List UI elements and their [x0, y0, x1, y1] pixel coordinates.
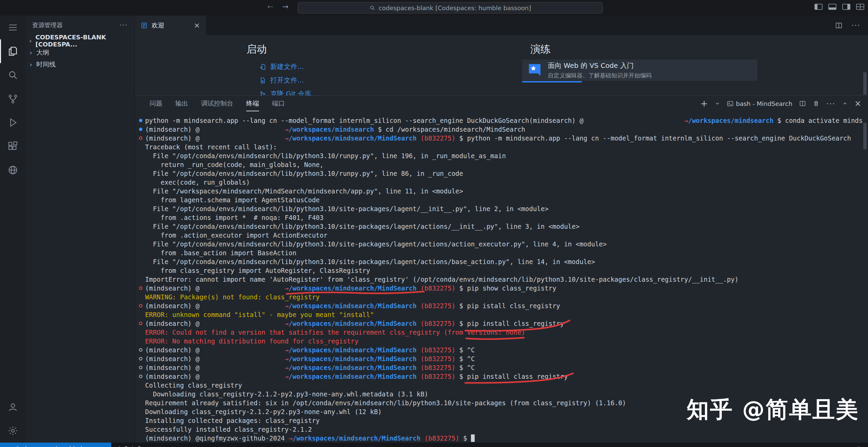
- menu-icon[interactable]: [0, 16, 25, 39]
- open-file-link[interactable]: 打开文件...: [259, 75, 318, 86]
- terminal-instance[interactable]: bash - MindSearch: [727, 100, 792, 107]
- command-center-search[interactable]: codespaces-blank [Codespaces: humble bas…: [298, 2, 603, 14]
- toggle-sidebar-icon[interactable]: [814, 3, 823, 11]
- terminal-line: WARNING: Package(s) not found: class_reg…: [135, 293, 863, 301]
- terminal-line: (mindsearch) @ →/workspaces/mindsearch/M…: [135, 354, 863, 363]
- titlebar: ← → codespaces-blank [Codespaces: humble…: [0, 0, 868, 16]
- chevron-right-icon: ›: [28, 37, 33, 45]
- new-terminal-button[interactable]: +: [701, 100, 708, 107]
- problems-status[interactable]: 0 0: [117, 445, 141, 447]
- new-file-icon: [259, 63, 266, 70]
- explorer-icon[interactable]: [0, 39, 25, 63]
- terminal-dropdown-icon[interactable]: [715, 101, 720, 106]
- back-button[interactable]: ←: [267, 2, 273, 11]
- remote-indicator[interactable]: Codespaces: humble bassoon: [0, 443, 111, 447]
- settings-gear-icon[interactable]: [0, 419, 25, 443]
- command-decoration-icon[interactable]: [139, 128, 142, 131]
- new-file-link[interactable]: 新建文件...: [259, 61, 318, 72]
- terminal-line: (mindsearch) @ →/workspaces/mindsearch/M…: [135, 372, 863, 381]
- welcome-page: 启动 新建文件...打开文件...克隆 Git 仓库... 演练 面向 Web …: [135, 35, 868, 95]
- sidebar-section-outline[interactable]: ›大纲: [25, 46, 135, 58]
- command-decoration-icon[interactable]: [139, 375, 142, 378]
- walkthrough-progress-bar: [522, 81, 582, 82]
- split-editor-icon[interactable]: [835, 22, 843, 29]
- terminal-line: (mindsearch) @ →/workspaces/mindsearch/M…: [135, 319, 863, 328]
- open-file-icon: [259, 77, 266, 84]
- terminal-output[interactable]: python -m mindsearch.app --lang cn --mod…: [135, 111, 863, 443]
- bash-icon: [727, 100, 733, 107]
- walkthroughs-heading: 演练: [530, 42, 551, 56]
- terminal-line: File "/opt/conda/envs/mindsearch/lib/pyt…: [135, 222, 863, 231]
- terminal-line: File "/opt/conda/envs/mindsearch/lib/pyt…: [135, 204, 863, 213]
- panel-tab-terminal[interactable]: 终端: [246, 96, 259, 111]
- chevron-right-icon: ›: [28, 60, 34, 69]
- close-panel-icon[interactable]: ×: [854, 99, 861, 108]
- tab-welcome[interactable]: 欢迎 ×: [135, 16, 206, 35]
- terminal-line: ERROR: unknown command "istall" - maybe …: [135, 310, 863, 319]
- toggle-panel-icon[interactable]: [828, 3, 837, 11]
- terminal-line: from .action_executor import ActionExecu…: [135, 231, 863, 240]
- forward-button[interactable]: →: [282, 2, 288, 11]
- split-terminal-icon[interactable]: [799, 100, 806, 107]
- tab-label: 欢迎: [152, 21, 164, 30]
- terminal-line: (mindsearch) @ →/workspaces/mindsearch/M…: [135, 301, 863, 310]
- panel-tab-problems[interactable]: 问题: [150, 96, 162, 111]
- terminal-line: (mindsearch) @ →/workspaces/mindsearch/M…: [135, 363, 863, 372]
- walkthrough-subtitle: 自定义编辑器、了解基础知识并开始编码: [548, 72, 652, 79]
- source-control-icon[interactable]: [0, 87, 25, 111]
- kill-terminal-icon[interactable]: [813, 100, 820, 107]
- editor-tabbar: 欢迎 × ···: [135, 16, 868, 35]
- maximize-panel-icon[interactable]: [842, 101, 848, 106]
- customize-layout-icon[interactable]: [856, 3, 865, 11]
- terminal-scrollbar[interactable]: [863, 123, 867, 149]
- editor-area: 欢迎 × ··· 启动 新建文件...打开文件...克隆 Git 仓库... 演…: [135, 16, 868, 95]
- panel-more-actions-icon[interactable]: ···: [826, 99, 835, 108]
- panel-tabs: 问题输出调试控制台终端端口: [150, 96, 285, 111]
- terminal-line: (mindsearch) @ →/workspaces/mindsearch/M…: [135, 346, 863, 354]
- sidebar-section-codespaces-blank[interactable]: ›CODESPACES-BLANK [CODESPA...: [25, 35, 135, 46]
- command-decoration-icon[interactable]: [139, 286, 142, 290]
- toggle-secondary-sidebar-icon[interactable]: [842, 3, 851, 11]
- command-decoration-icon[interactable]: [139, 322, 142, 325]
- sidebar-more-actions-icon[interactable]: ···: [119, 21, 128, 29]
- panel-tab-output[interactable]: 输出: [175, 96, 188, 111]
- start-link-label: 打开文件...: [270, 76, 304, 85]
- terminal-line: File "/workspaces/mindsearch/MindSearch/…: [135, 187, 863, 195]
- panel-tab-ports[interactable]: 端口: [272, 96, 285, 111]
- close-tab-icon[interactable]: ×: [194, 21, 200, 30]
- sidebar-section-timeline[interactable]: ›时间线: [25, 58, 135, 70]
- account-icon[interactable]: [0, 395, 25, 419]
- chevron-right-icon: ›: [28, 49, 34, 57]
- command-decoration-icon[interactable]: [139, 136, 142, 140]
- notifications-bell-icon[interactable]: [856, 446, 862, 447]
- panel-tab-debug-console[interactable]: 调试控制台: [201, 96, 233, 111]
- status-bar: Codespaces: humble bassoon 0 0: [0, 443, 868, 447]
- sidebar-title: 资源管理器: [32, 21, 63, 29]
- terminal-line: from lagent.schema import AgentStatusCod…: [135, 195, 863, 204]
- terminal-line: from .actions import * # noqa: F401, F40…: [135, 213, 863, 222]
- walkthrough-card[interactable]: 面向 Web 的 VS Code 入门 自定义编辑器、了解基础知识并开始编码: [522, 59, 757, 81]
- remote-icon: [5, 446, 12, 447]
- run-debug-icon[interactable]: [0, 111, 25, 134]
- command-decoration-icon[interactable]: [139, 119, 142, 122]
- walkthrough-star-icon: [528, 63, 542, 77]
- welcome-tab-icon: [141, 22, 147, 29]
- remote-explorer-icon[interactable]: [0, 158, 25, 182]
- command-decoration-icon[interactable]: [139, 366, 142, 369]
- editor-more-actions-icon[interactable]: ···: [851, 21, 861, 30]
- git-clone-icon: [259, 91, 266, 96]
- start-link-label: 克隆 Git 仓库...: [270, 89, 318, 95]
- command-decoration-icon[interactable]: [139, 357, 142, 360]
- terminal-line: return _run_code(code, main_globals, Non…: [135, 160, 863, 169]
- extensions-icon[interactable]: [0, 134, 25, 158]
- terminal-line: File "/opt/conda/envs/mindsearch/lib/pyt…: [135, 257, 863, 266]
- command-decoration-icon[interactable]: [139, 304, 142, 308]
- terminal-line: from class_registry import AutoRegister,…: [135, 266, 863, 275]
- command-center-text: codespaces-blank [Codespaces: humble bas…: [379, 4, 531, 12]
- clone-repo-link[interactable]: 克隆 Git 仓库...: [259, 89, 318, 95]
- terminal-line: ERROR: Could not find a version that sat…: [135, 328, 863, 337]
- terminal-line: exec(code, run_globals): [135, 178, 863, 187]
- command-decoration-icon[interactable]: [139, 348, 142, 352]
- search-sidebar-icon[interactable]: [0, 63, 25, 87]
- editor-scrollbar[interactable]: [863, 72, 867, 95]
